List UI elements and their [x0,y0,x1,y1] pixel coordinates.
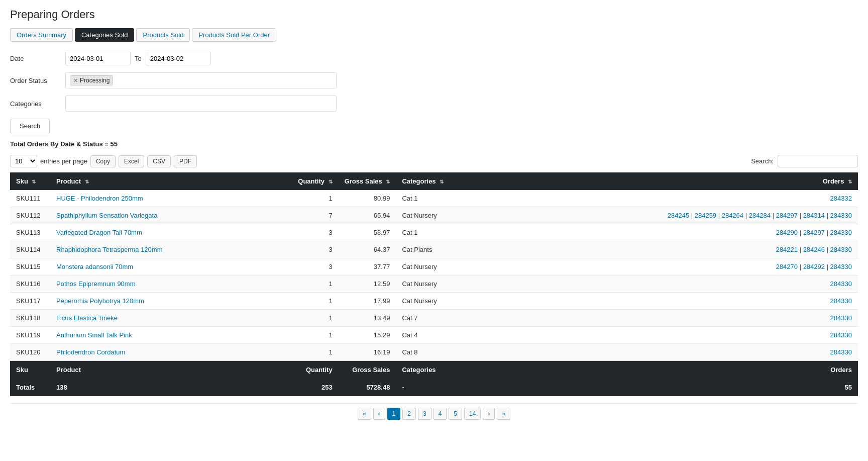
cell-categories: Cat 1 [396,224,456,241]
categories-label: Categories [10,100,65,108]
cell-orders[interactable]: 284245 | 284259 | 284264 | 284284 | 2842… [456,207,858,224]
page-5-btn[interactable]: 5 [449,408,462,420]
excel-button[interactable]: Excel [119,155,144,167]
col-product[interactable]: Product ⇅ [50,172,292,190]
cell-orders[interactable]: 284221 | 284246 | 284330 [456,241,858,258]
cell-gross-sales: 15.29 [339,327,396,344]
cell-sku: SKU117 [10,293,50,310]
col-sku[interactable]: Sku ⇅ [10,172,50,190]
tab-bar: Orders Summary Categories Sold Products … [10,28,858,42]
categories-input[interactable] [65,96,337,112]
tag-remove-icon[interactable]: ✕ [73,77,78,84]
cell-gross-sales: 37.77 [339,258,396,275]
page-2-btn[interactable]: 2 [402,408,416,420]
sort-gross-icon: ⇅ [386,179,390,185]
cell-product[interactable]: Ficus Elastica Tineke [50,310,292,327]
cell-quantity: 3 [292,224,338,241]
cell-gross-sales: 64.37 [339,241,396,258]
cell-gross-sales: 13.49 [339,310,396,327]
cell-product[interactable]: Rhaphidophora Tetrasperma 120mm [50,241,292,258]
csv-button[interactable]: CSV [147,155,171,167]
tab-products-sold-per-order[interactable]: Products Sold Per Order [192,28,276,42]
footer-cat-col: Categories [396,361,456,379]
cell-categories: Cat Nursery [396,275,456,293]
cell-product[interactable]: Spathiphyllum Sensation Variegata [50,207,292,224]
footer-product-col: Product [50,361,292,379]
table-header: Sku ⇅ Product ⇅ Quantity ⇅ Gross Sales ⇅… [10,172,858,190]
col-categories[interactable]: Categories ⇅ [396,172,456,190]
products-table: Sku ⇅ Product ⇅ Quantity ⇅ Gross Sales ⇅… [10,172,858,396]
footer-orders-col: Orders [456,361,858,379]
sort-orders-icon: ⇅ [848,179,852,185]
page-4-btn[interactable]: 4 [433,408,447,420]
copy-button[interactable]: Copy [90,155,116,167]
tab-categories-sold[interactable]: Categories Sold [75,28,135,42]
cell-sku: SKU118 [10,310,50,327]
page-next-btn[interactable]: › [483,408,495,420]
cell-product[interactable]: Variegated Dragon Tail 70mm [50,224,292,241]
footer-qty-col: Quantity [292,361,338,379]
cell-categories: Cat 4 [396,327,456,344]
processing-tag: ✕ Processing [70,75,113,85]
sort-sku-icon: ⇅ [32,179,36,185]
total-summary: Total Orders By Date & Status = 55 [10,140,858,148]
cell-gross-sales: 53.97 [339,224,396,241]
tab-orders-summary[interactable]: Orders Summary [10,28,73,42]
cell-product[interactable]: Peperomia Polybotrya 120mm [50,293,292,310]
cell-orders[interactable]: 284330 [456,310,858,327]
cell-orders[interactable]: 284290 | 284297 | 284330 [456,224,858,241]
date-to-input[interactable] [146,52,211,65]
order-status-row: Order Status ✕ Processing [10,72,858,88]
entries-per-page-select[interactable]: 10 25 50 100 [10,155,37,167]
cell-quantity: 3 [292,241,338,258]
col-orders[interactable]: Orders ⇅ [456,172,858,190]
cell-categories: Cat Nursery [396,207,456,224]
table-row: SKU116 Pothos Epipremnum 90mm 1 12.59 Ca… [10,275,858,293]
cell-orders[interactable]: 284330 [456,293,858,310]
table-row: SKU120 Philodendron Cordatum 1 16.19 Cat… [10,344,858,361]
page-first-btn[interactable]: « [358,408,371,420]
page-prev-btn[interactable]: ‹ [373,408,385,420]
footer-total-orders: 55 [456,379,858,396]
page-last-btn[interactable]: » [497,408,510,420]
table-controls-left: 10 25 50 100 entries per page Copy Excel… [10,155,197,167]
table-row: SKU117 Peperomia Polybotrya 120mm 1 17.9… [10,293,858,310]
cell-gross-sales: 17.99 [339,293,396,310]
col-gross-sales[interactable]: Gross Sales ⇅ [339,172,396,190]
footer-sku-count: 138 [50,379,292,396]
cell-orders[interactable]: 284330 [456,275,858,293]
tab-products-sold[interactable]: Products Sold [136,28,190,42]
page-14-btn[interactable]: 14 [464,408,481,420]
cell-product[interactable]: HUGE - Philodendron 250mm [50,190,292,207]
table-row: SKU119 Anthurium Small Talk Pink 1 15.29… [10,327,858,344]
page-3-btn[interactable]: 3 [418,408,431,420]
cell-categories: Cat Plants [396,241,456,258]
cell-quantity: 1 [292,293,338,310]
order-status-input[interactable]: ✕ Processing [65,72,337,88]
cell-product[interactable]: Monstera adansonii 70mm [50,258,292,275]
cell-product[interactable]: Anthurium Small Talk Pink [50,327,292,344]
filter-form: Date To Order Status ✕ Processing Catego… [10,52,858,112]
cell-quantity: 1 [292,327,338,344]
cell-product[interactable]: Pothos Epipremnum 90mm [50,275,292,293]
date-inputs: To [65,52,211,65]
cell-categories: Cat Nursery [396,293,456,310]
cell-sku: SKU116 [10,275,50,293]
table-search-input[interactable] [778,155,858,167]
search-button[interactable]: Search [10,119,50,133]
cell-orders[interactable]: 284330 [456,344,858,361]
sort-quantity-icon: ⇅ [329,179,333,185]
cell-orders[interactable]: 284270 | 284292 | 284330 [456,258,858,275]
page-1-btn[interactable]: 1 [387,408,401,420]
cell-sku: SKU111 [10,190,50,207]
cell-product[interactable]: Philodendron Cordatum [50,344,292,361]
table-row: SKU118 Ficus Elastica Tineke 1 13.49 Cat… [10,310,858,327]
col-quantity[interactable]: Quantity ⇅ [292,172,338,190]
cell-orders[interactable]: 284332 [456,190,858,207]
date-to-label: To [135,55,142,62]
entries-label: entries per page [40,157,87,165]
pdf-button[interactable]: PDF [174,155,197,167]
date-from-input[interactable] [65,52,131,65]
cell-orders[interactable]: 284330 [456,327,858,344]
table-controls-right: Search: [751,155,858,167]
